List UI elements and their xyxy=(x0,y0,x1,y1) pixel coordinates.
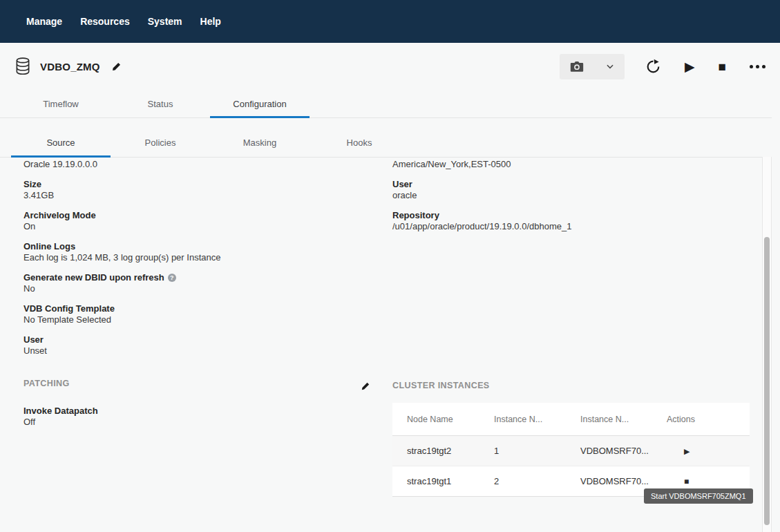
detail-online-logs: Online Logs Each log is 1,024 MB, 3 log … xyxy=(23,241,369,263)
subtab-hooks[interactable]: Hooks xyxy=(310,128,409,157)
help-icon[interactable]: ? xyxy=(168,274,176,282)
source-details-left: Oracle 19.19.0.0.0 Size 3.41GB Archivelo… xyxy=(23,159,369,365)
snapshot-button-group xyxy=(560,54,625,79)
nav-resources[interactable]: Resources xyxy=(80,16,130,27)
configuration-subtabs: Source Policies Masking Hooks xyxy=(0,128,772,158)
detail-value: oracle xyxy=(392,190,752,201)
detail-value: America/New_York,EST-0500 xyxy=(392,159,752,170)
col-actions: Actions xyxy=(652,415,750,424)
detail-size: Size 3.41GB xyxy=(23,179,369,201)
start-instance-button[interactable]: ▶ xyxy=(684,447,689,455)
detail-value: Unset xyxy=(23,345,369,357)
col-instance-name: Instance N... xyxy=(566,415,652,424)
detail-label: Archivelog Mode xyxy=(23,210,369,221)
detail-value: On xyxy=(23,221,369,232)
detail-vdb-config-template: VDB Config Template No Template Selected xyxy=(23,303,369,325)
snapshot-dropdown-button[interactable] xyxy=(602,59,618,74)
detail-value: No xyxy=(23,283,369,294)
detail-label: Invoke Datapatch xyxy=(23,406,373,417)
refresh-icon xyxy=(645,59,661,75)
action-tooltip: Start VDBOMSRF705ZMQ1 xyxy=(644,488,753,504)
detail-generate-dbid: Generate new DBID upon refresh ? No xyxy=(23,272,369,294)
stop-vdb-button[interactable]: ■ xyxy=(716,57,729,76)
nav-help[interactable]: Help xyxy=(200,16,221,27)
tab-configuration[interactable]: Configuration xyxy=(210,90,310,117)
cluster-instances-section: CLUSTER INSTANCES Node Name Instance N..… xyxy=(392,379,750,497)
detail-label: Online Logs xyxy=(23,241,369,252)
chevron-down-icon xyxy=(605,61,615,71)
table-header-row: Node Name Instance N... Instance N... Ac… xyxy=(392,403,750,436)
main-tabs: Timeflow Status Configuration xyxy=(0,90,772,118)
play-icon: ▶ xyxy=(685,60,695,73)
tab-timeflow[interactable]: Timeflow xyxy=(11,90,111,117)
camera-icon xyxy=(569,60,584,73)
ellipsis-icon xyxy=(750,65,753,68)
nav-manage[interactable]: Manage xyxy=(26,16,62,27)
database-icon xyxy=(14,57,32,76)
detail-user: User Unset xyxy=(23,334,369,357)
page-title: VDBO_ZMQ xyxy=(40,61,100,73)
detail-archivelog-mode: Archivelog Mode On xyxy=(23,210,369,232)
cell-node-name: strac19tgt2 xyxy=(392,446,479,456)
col-instance-number: Instance N... xyxy=(479,415,566,424)
edit-name-button[interactable] xyxy=(108,59,124,75)
snapshot-camera-button[interactable] xyxy=(567,57,587,75)
detail-label: User xyxy=(392,179,752,190)
detail-label: Size xyxy=(23,179,369,190)
tab-status[interactable]: Status xyxy=(111,90,210,117)
detail-repository: Repository /u01/app/oracle/product/19.19… xyxy=(392,210,752,232)
col-node-name: Node Name xyxy=(392,415,479,424)
detail-value: Off xyxy=(23,417,373,428)
patching-section-title: PATCHING xyxy=(23,379,70,388)
subtab-source[interactable]: Source xyxy=(11,128,111,157)
table-row: strac19tgt2 1 VDBOMSRF70... ▶ xyxy=(392,436,750,466)
top-nav: Manage Resources System Help xyxy=(0,0,780,43)
detail-label: Generate new DBID upon refresh xyxy=(23,272,164,283)
cell-instance-name: VDBOMSRF70... xyxy=(566,476,652,486)
refresh-button[interactable] xyxy=(643,56,664,77)
subtab-policies[interactable]: Policies xyxy=(111,128,210,157)
detail-value: /u01/app/oracle/product/19.19.0.0/dbhome… xyxy=(392,221,752,232)
cell-instance-number: 2 xyxy=(479,476,566,486)
nav-system[interactable]: System xyxy=(148,16,182,27)
cluster-section-title: CLUSTER INSTANCES xyxy=(392,381,490,390)
detail-value: Oracle 19.19.0.0.0 xyxy=(23,159,369,170)
subtab-masking[interactable]: Masking xyxy=(210,128,310,157)
source-details-right: America/New_York,EST-0500 User oracle Re… xyxy=(392,159,752,241)
page-header: VDBO_ZMQ xyxy=(0,43,780,90)
cell-instance-name: VDBOMSRF70... xyxy=(566,446,652,456)
detail-value: 3.41GB xyxy=(23,190,369,201)
start-vdb-button[interactable]: ▶ xyxy=(682,57,698,76)
instance-action-button[interactable]: ■ xyxy=(684,477,689,486)
cluster-instances-table: Node Name Instance N... Instance N... Ac… xyxy=(392,403,750,497)
cell-instance-number: 1 xyxy=(479,446,566,456)
detail-label: Repository xyxy=(392,210,752,221)
more-actions-button[interactable] xyxy=(747,62,768,71)
scrollbar-thumb[interactable] xyxy=(764,237,770,525)
detail-label: User xyxy=(23,334,369,345)
detail-invoke-datapatch: Invoke Datapatch Off xyxy=(23,406,373,428)
edit-patching-button[interactable] xyxy=(358,379,373,394)
app-window: Manage Resources System Help VDBO_ZMQ xyxy=(0,0,780,532)
detail-label: VDB Config Template xyxy=(23,303,369,314)
cell-node-name: strac19tgt1 xyxy=(392,476,479,486)
pencil-icon xyxy=(361,381,370,391)
detail-database-version: Oracle 19.19.0.0.0 xyxy=(23,159,369,170)
detail-timezone: America/New_York,EST-0500 xyxy=(392,159,752,170)
patching-section: PATCHING Invoke Datapatch Off xyxy=(23,379,373,437)
detail-env-user: User oracle xyxy=(392,179,752,201)
detail-value: Each log is 1,024 MB, 3 log group(s) per… xyxy=(23,252,369,263)
pencil-icon xyxy=(111,61,122,72)
detail-value: No Template Selected xyxy=(23,314,369,325)
vertical-scrollbar[interactable] xyxy=(762,157,772,532)
stop-icon: ■ xyxy=(719,60,726,73)
